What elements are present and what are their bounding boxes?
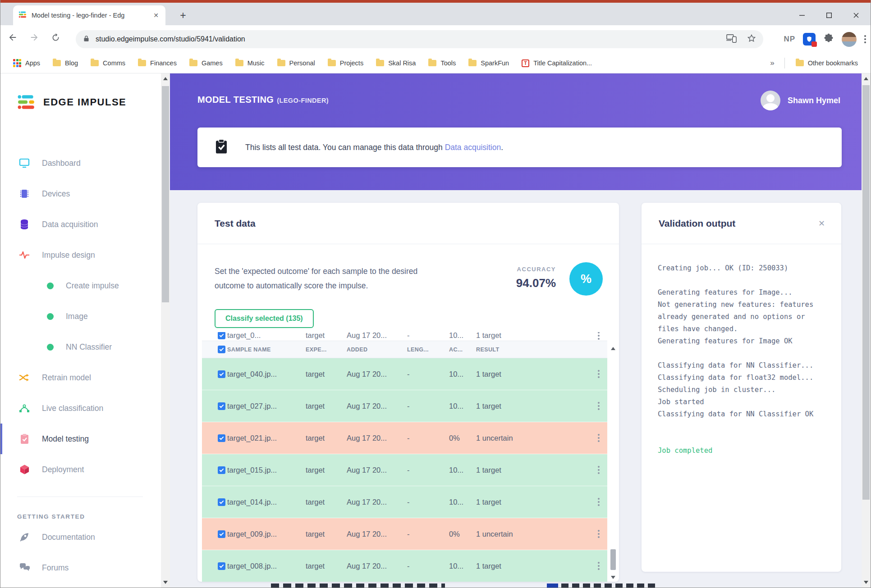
sidebar-item-devices[interactable]: Devices xyxy=(0,178,161,209)
sidebar-item-retrain-model[interactable]: Retrain model xyxy=(0,362,161,393)
data-acquisition-link[interactable]: Data acquisition xyxy=(445,143,501,152)
row-checkbox[interactable] xyxy=(218,370,225,378)
browser-tab[interactable]: Model testing - lego-finder - Edg ✕ xyxy=(13,5,165,25)
sidebar-item-forums[interactable]: Forums xyxy=(0,552,161,583)
tab-close-icon[interactable]: ✕ xyxy=(152,12,160,19)
sidebar-item-data-acquisition[interactable]: Data acquisition xyxy=(0,209,161,240)
profile-badge[interactable]: NP xyxy=(784,35,795,44)
table-row[interactable]: target_040.jp... target Aug 17 20... - 1… xyxy=(202,358,607,390)
table-row[interactable]: target_021.jp... target Aug 17 20... - 0… xyxy=(202,422,607,454)
row-menu-icon[interactable] xyxy=(598,332,600,340)
column-expected[interactable]: EXPE... xyxy=(306,346,347,353)
other-bookmarks[interactable]: Other bookmarks xyxy=(789,59,864,67)
send-to-devices-icon[interactable] xyxy=(726,34,737,45)
row-menu-icon[interactable] xyxy=(598,465,600,474)
sidebar-item-impulse-design[interactable]: Impulse design xyxy=(0,240,161,270)
row-menu-icon[interactable] xyxy=(598,433,600,442)
sidebar-item-nn-classifier[interactable]: NN Classifier xyxy=(0,332,161,362)
bookmark-folder-item[interactable]: Comms xyxy=(84,59,132,67)
bookmark-label: Title Capitalization... xyxy=(533,59,592,67)
table-row[interactable]: target_014.jp... target Aug 17 20... - 1… xyxy=(202,486,607,518)
bookmark-folder-item[interactable]: Games xyxy=(183,59,229,67)
bookmark-apps[interactable]: Apps xyxy=(7,59,46,67)
row-checkbox[interactable] xyxy=(218,434,225,442)
select-all-checkbox[interactable] xyxy=(218,346,225,353)
cube-icon xyxy=(18,464,30,475)
page-scrollbar[interactable] xyxy=(862,73,871,588)
scrollbar-thumb[interactable] xyxy=(162,86,169,302)
close-window-button[interactable] xyxy=(843,5,870,25)
cell-sample-name: target_0... xyxy=(227,332,261,340)
row-menu-icon[interactable] xyxy=(598,497,600,506)
maximize-button[interactable] xyxy=(816,5,843,25)
row-menu-icon[interactable] xyxy=(598,529,600,538)
new-tab-button[interactable]: + xyxy=(177,10,189,22)
bookmark-title-capitalization[interactable]: Title Capitalization... xyxy=(515,59,598,67)
minimize-button[interactable] xyxy=(788,5,816,25)
close-icon[interactable]: ✕ xyxy=(818,219,825,228)
scrollbar-thumb[interactable] xyxy=(862,85,870,500)
row-checkbox[interactable] xyxy=(218,562,225,570)
sidebar-item-create-impulse[interactable]: Create impulse xyxy=(0,270,161,301)
row-checkbox[interactable] xyxy=(218,332,225,339)
row-checkbox[interactable] xyxy=(218,530,225,538)
sidebar-item-live-classification[interactable]: Live classification xyxy=(0,393,161,424)
table-scrollbar[interactable] xyxy=(610,341,616,580)
bookmark-folder-item[interactable]: Blog xyxy=(46,59,84,67)
bookmark-folder-item[interactable]: Finances xyxy=(132,59,183,67)
sidebar-item-deployment[interactable]: Deployment xyxy=(0,454,161,485)
classify-selected-button[interactable]: Classify selected (135) xyxy=(215,309,314,328)
column-result[interactable]: RESULT xyxy=(476,346,590,353)
bookmark-folder-item[interactable]: Music xyxy=(229,59,271,67)
extensions-puzzle-icon[interactable] xyxy=(823,33,834,46)
column-accuracy[interactable]: AC... xyxy=(449,346,476,353)
reload-icon[interactable] xyxy=(51,33,60,44)
row-menu-icon[interactable] xyxy=(598,561,600,570)
row-checkbox[interactable] xyxy=(218,402,225,410)
user-menu[interactable]: Shawn Hymel xyxy=(761,91,840,110)
address-bar[interactable]: studio.edgeimpulse.com/studio/5941/valid… xyxy=(76,30,763,48)
table-scroll-down-icon[interactable] xyxy=(611,576,615,579)
table-row[interactable]: target_015.jp... target Aug 17 20... - 1… xyxy=(202,454,607,486)
scroll-up-icon[interactable] xyxy=(163,77,168,80)
bookmarks-overflow-chevron[interactable]: » xyxy=(765,59,779,68)
table-row[interactable]: target_009.jp... target Aug 17 20... - 0… xyxy=(202,518,607,550)
scroll-up-icon[interactable] xyxy=(864,77,868,80)
browser-profile-avatar[interactable] xyxy=(842,32,857,47)
back-icon[interactable] xyxy=(8,32,18,44)
cell-added: Aug 17 20... xyxy=(347,370,407,378)
bookmark-folder-item[interactable]: Tools xyxy=(422,59,462,67)
bookmark-star-icon[interactable] xyxy=(747,34,756,45)
forward-icon[interactable] xyxy=(29,32,39,44)
edge-impulse-logo[interactable]: EDGE IMPULSE xyxy=(17,94,126,110)
scroll-down-icon[interactable] xyxy=(163,581,168,584)
table-row[interactable]: target_008.jp... target Aug 17 20... - 1… xyxy=(202,550,607,582)
bookmark-folder-item[interactable]: Projects xyxy=(321,59,370,67)
column-added[interactable]: ADDED xyxy=(347,346,407,353)
user-avatar[interactable] xyxy=(761,91,780,110)
scroll-down-icon[interactable] xyxy=(864,581,868,584)
browser-menu-icon[interactable] xyxy=(864,34,866,45)
clipped-table-row[interactable]: target_0... target Aug 17 20... - 10... … xyxy=(202,332,607,341)
sidebar-item-label: Documentation xyxy=(42,533,95,542)
bookmark-folder-item[interactable]: Skal Risa xyxy=(370,59,422,67)
column-length[interactable]: LENG... xyxy=(407,346,449,353)
sidebar-item-image[interactable]: Image xyxy=(0,301,161,332)
row-checkbox[interactable] xyxy=(218,466,225,474)
column-sample-name[interactable]: SAMPLE NAME xyxy=(227,346,271,353)
sidebar-item-model-testing[interactable]: Model testing xyxy=(0,424,161,454)
content-scrollbar-left[interactable] xyxy=(161,73,170,588)
bookmark-folder-item[interactable]: Personal xyxy=(271,59,321,67)
bitwarden-extension-icon[interactable] xyxy=(803,33,816,46)
table-scrollbar-thumb[interactable] xyxy=(610,549,616,570)
url-text[interactable]: studio.edgeimpulse.com/studio/5941/valid… xyxy=(96,35,726,43)
sidebar-item-documentation[interactable]: Documentation xyxy=(0,522,161,552)
bookmark-folder-item[interactable]: SparkFun xyxy=(462,59,515,67)
lock-icon[interactable] xyxy=(83,35,90,44)
row-menu-icon[interactable] xyxy=(598,369,600,378)
row-checkbox[interactable] xyxy=(218,498,225,506)
row-menu-icon[interactable] xyxy=(598,401,600,410)
table-row[interactable]: target_027.jp... target Aug 17 20... - 1… xyxy=(202,390,607,422)
sidebar-item-dashboard[interactable]: Dashboard xyxy=(0,148,161,178)
table-scroll-up-icon[interactable] xyxy=(611,347,615,350)
